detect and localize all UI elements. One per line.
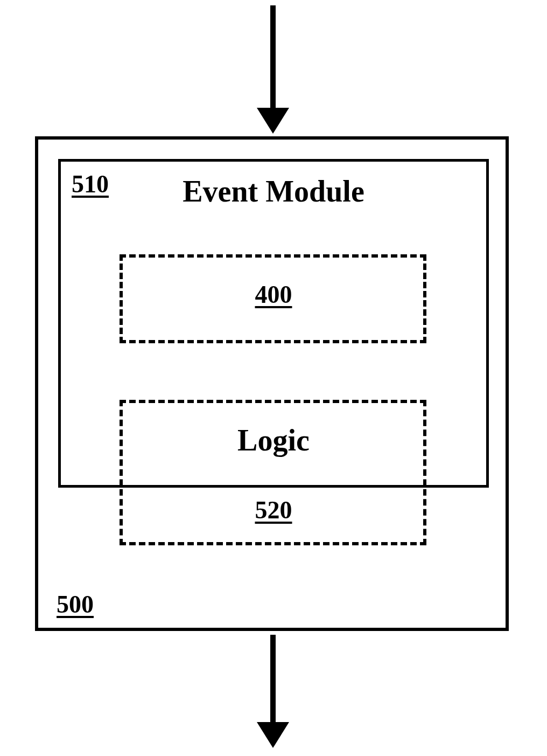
- event-module-title: Event Module: [0, 174, 547, 209]
- ref-label-500: 500: [57, 590, 94, 619]
- ref-label-520: 520: [0, 496, 547, 524]
- logic-title: Logic: [0, 423, 547, 457]
- input-arrow-shaft: [270, 5, 276, 113]
- output-arrow-head-icon: [257, 722, 289, 748]
- input-arrow-head-icon: [257, 108, 289, 134]
- ref-label-400: 400: [0, 280, 547, 309]
- diagram-canvas: 510 Event Module 400 Logic 520 500: [0, 0, 547, 756]
- output-arrow-shaft: [270, 635, 276, 726]
